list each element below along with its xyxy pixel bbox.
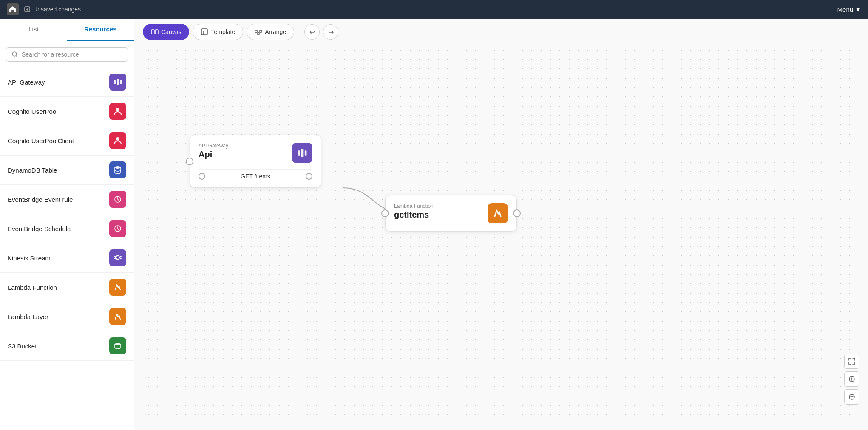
zoom-in-button[interactable] bbox=[844, 371, 859, 387]
svg-point-6 bbox=[116, 137, 119, 141]
zoom-out-button[interactable] bbox=[844, 389, 859, 405]
api-gateway-connector-left[interactable] bbox=[186, 158, 193, 165]
topbar: Unsaved changes Menu ▼ bbox=[0, 0, 868, 19]
lambda-connector-left[interactable] bbox=[381, 209, 389, 217]
redo-button[interactable]: ↪ bbox=[323, 24, 338, 40]
sidebar-tabs: List Resources bbox=[0, 19, 134, 41]
cognito-userpool-icon bbox=[109, 103, 126, 120]
lambda-node[interactable]: Lambda Function getItems bbox=[385, 195, 517, 232]
svg-point-10 bbox=[115, 343, 121, 345]
lambda-node-icon bbox=[488, 203, 508, 223]
list-item[interactable]: EventBridge Event rule bbox=[0, 185, 134, 214]
kinesis-icon bbox=[109, 249, 126, 266]
svg-point-5 bbox=[116, 108, 119, 111]
sidebar: List Resources API Gateway Cognito UserP… bbox=[0, 19, 134, 430]
api-gateway-node[interactable]: API Gateway Api GET /items bbox=[190, 135, 321, 188]
svg-rect-17 bbox=[298, 150, 300, 156]
lambda-name: getItems bbox=[394, 210, 482, 220]
list-item[interactable]: Kinesis Stream bbox=[0, 243, 134, 273]
toolbar: Canvas Template Arrange ↩ ↪ bbox=[134, 19, 868, 45]
svg-rect-12 bbox=[155, 30, 158, 34]
svg-rect-16 bbox=[257, 33, 260, 34]
svg-rect-3 bbox=[117, 79, 119, 85]
api-gateway-route: GET /items bbox=[199, 169, 312, 180]
resource-list: API Gateway Cognito UserPool Cognito Use… bbox=[0, 68, 134, 430]
svg-rect-4 bbox=[120, 80, 122, 84]
api-gateway-category: API Gateway bbox=[199, 143, 287, 149]
svg-rect-14 bbox=[255, 30, 257, 32]
lambda-layer-icon bbox=[109, 308, 126, 325]
canvas-area: Canvas Template Arrange ↩ ↪ bbox=[134, 19, 868, 430]
canvas-button[interactable]: Canvas bbox=[143, 24, 189, 40]
s3-bucket-icon bbox=[109, 337, 126, 354]
lambda-function-icon bbox=[109, 279, 126, 296]
template-button[interactable]: Template bbox=[193, 24, 243, 40]
route-connector-left[interactable] bbox=[199, 173, 205, 180]
svg-rect-19 bbox=[305, 150, 307, 156]
menu-button[interactable]: Menu ▼ bbox=[837, 6, 861, 13]
tab-resources[interactable]: Resources bbox=[67, 19, 134, 41]
list-item[interactable]: Cognito UserPoolClient bbox=[0, 126, 134, 156]
list-item[interactable]: EventBridge Schedule bbox=[0, 214, 134, 243]
zoom-controls bbox=[844, 354, 859, 405]
svg-rect-18 bbox=[301, 149, 304, 157]
api-gateway-icon bbox=[109, 74, 126, 91]
lambda-category: Lambda Function bbox=[394, 203, 482, 209]
svg-rect-2 bbox=[114, 80, 116, 84]
dynamodb-icon bbox=[109, 161, 126, 178]
list-item[interactable]: DynamoDB Table bbox=[0, 156, 134, 185]
list-item[interactable]: API Gateway bbox=[0, 68, 134, 97]
list-item[interactable]: S3 Bucket bbox=[0, 331, 134, 361]
cognito-userpoolclient-icon bbox=[109, 132, 126, 149]
list-item[interactable]: Lambda Layer bbox=[0, 302, 134, 331]
route-connector-right[interactable] bbox=[306, 173, 312, 180]
search-box bbox=[6, 47, 128, 62]
eventbridge-schedule-icon bbox=[109, 220, 126, 237]
unsaved-indicator: Unsaved changes bbox=[24, 6, 81, 13]
svg-rect-15 bbox=[260, 30, 262, 32]
list-item[interactable]: Cognito UserPool bbox=[0, 97, 134, 126]
api-gateway-node-icon bbox=[292, 143, 312, 163]
arrange-button[interactable]: Arrange bbox=[247, 24, 294, 40]
list-item[interactable]: Lambda Function bbox=[0, 273, 134, 302]
search-icon bbox=[11, 51, 18, 58]
api-gateway-name: Api bbox=[199, 150, 287, 159]
canvas[interactable]: API Gateway Api GET /items bbox=[134, 45, 868, 430]
svg-rect-11 bbox=[151, 30, 154, 34]
svg-point-7 bbox=[115, 166, 121, 169]
search-input[interactable] bbox=[22, 51, 122, 58]
undo-button[interactable]: ↩ bbox=[304, 24, 320, 40]
lambda-connector-right[interactable] bbox=[513, 209, 521, 217]
svg-rect-13 bbox=[201, 29, 207, 35]
fit-to-screen-button[interactable] bbox=[844, 354, 859, 369]
eventbridge-event-icon bbox=[109, 191, 126, 208]
canvas-background bbox=[134, 45, 868, 430]
home-button[interactable] bbox=[7, 3, 19, 15]
tab-list[interactable]: List bbox=[0, 19, 67, 41]
